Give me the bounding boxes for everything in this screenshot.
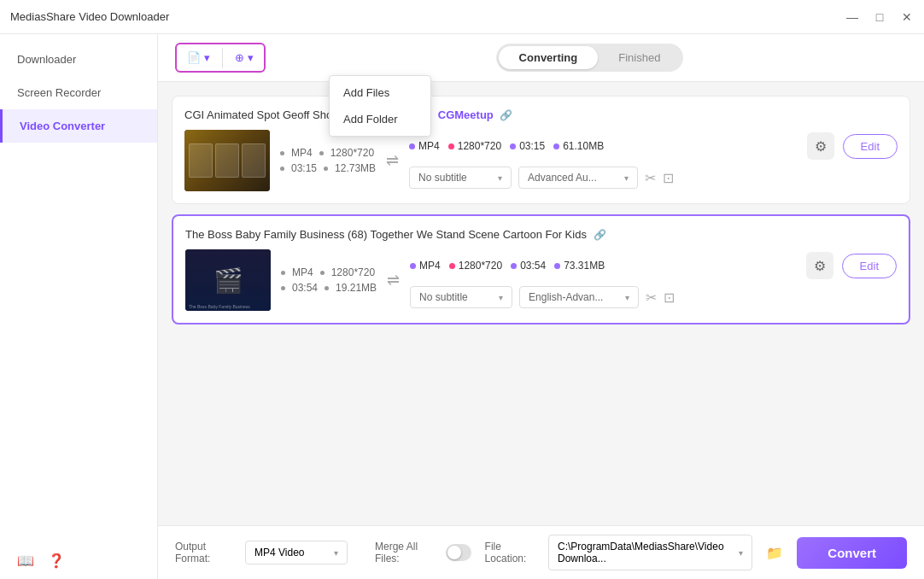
browse-folder-button[interactable]: 📁 [766, 545, 783, 561]
edit-button-2[interactable]: Edit [842, 254, 897, 278]
video-card-1-header: CGI Animated Spot Geoff Short Film by As… [184, 108, 898, 121]
meta-format-1: MP4 [291, 147, 313, 159]
shuffle-icon-1[interactable]: ⇌ [386, 151, 399, 170]
app-title: MediasShare Video Downloader [10, 10, 845, 23]
app-body: Downloader Screen Recorder Video Convert… [0, 34, 924, 579]
output-format-2: MP4 [419, 260, 441, 272]
output-tag-res-1: 1280*720 [448, 140, 501, 152]
output-dot-res-1 [448, 143, 454, 149]
output-dot-dur-1 [510, 143, 516, 149]
merge-label: Merge All Files: [375, 541, 432, 564]
advanced-chevron-1: ▾ [624, 173, 629, 183]
video-channel-1: CGMeetup [438, 108, 494, 121]
add-files-chevron: ▾ [204, 51, 210, 64]
help-icon[interactable]: ❓ [48, 553, 65, 569]
thumb-content-2: 🎬 The Boss Baby Family Business [185, 249, 271, 311]
settings-button-2[interactable]: ⚙ [806, 252, 833, 279]
shuffle-icon-2[interactable]: ⇌ [387, 271, 400, 290]
video-link-icon-2[interactable]: 🔗 [594, 229, 606, 241]
output-duration-2: 03:54 [520, 260, 546, 272]
main-content: 📄 ▾ ⊕ ▾ Add Files Add Folder Converting … [158, 34, 924, 579]
output-top-2: MP4 1280*720 03:54 [410, 252, 897, 279]
advanced-select-2[interactable]: English-Advan... ▾ [519, 286, 639, 308]
sidebar-bottom: 📖 ❓ [0, 542, 157, 579]
meta-row-1b: 03:15 12.73MB [280, 162, 376, 174]
sidebar-item-downloader[interactable]: Downloader [0, 43, 157, 76]
add-files-menu-item[interactable]: Add Files [330, 79, 430, 106]
thumb-frame-1c [242, 143, 266, 178]
file-location-value: C:\ProgramData\MediasShare\Video Downloa… [558, 541, 734, 564]
output-format-label: Output Format: [175, 541, 231, 564]
output-bottom-1: No subtitle ▾ Advanced Au... ▾ ✂ ⊡ [409, 167, 898, 189]
advanced-value-2: English-Advan... [529, 291, 603, 303]
output-tag-size-2: 73.31MB [554, 260, 605, 272]
video-thumbnail-2: 🎬 The Boss Baby Family Business [185, 249, 271, 311]
meta-format-2: MP4 [292, 266, 313, 278]
subtitle-chevron-1: ▾ [498, 173, 502, 183]
video-card-2-header: The Boss Baby Family Business (68) Toget… [185, 228, 897, 241]
advanced-chevron-2: ▾ [625, 293, 629, 302]
crop-icon-1[interactable]: ⊡ [663, 170, 674, 186]
sidebar-item-video-converter[interactable]: Video Converter [0, 109, 157, 143]
meta-row-2a: MP4 1280*720 [281, 266, 377, 278]
crop-icon-2[interactable]: ⊡ [664, 290, 675, 306]
output-top-1: MP4 1280*720 03:15 [409, 132, 898, 160]
output-bottom-2: No subtitle ▾ English-Advan... ▾ ✂ ⊡ [410, 286, 897, 308]
output-dot-res-2 [449, 263, 455, 269]
add-url-button[interactable]: ⊕ ▾ [226, 46, 262, 69]
maximize-button[interactable]: □ [873, 10, 886, 24]
video-meta-1: MP4 1280*720 03:15 12.73MB [280, 147, 376, 174]
meta-duration-1: 03:15 [291, 162, 317, 174]
tab-converting[interactable]: Converting [499, 46, 599, 69]
meta-row-1a: MP4 1280*720 [280, 147, 376, 159]
cut-icon-1[interactable]: ✂ [645, 170, 656, 186]
thumb-placeholder-2: 🎬 The Boss Baby Family Business [185, 249, 271, 311]
video-link-icon-1[interactable]: 🔗 [500, 109, 512, 121]
thumb-icon-2: 🎬 [213, 266, 243, 295]
subtitle-select-2[interactable]: No subtitle ▾ [410, 286, 512, 308]
output-dot-format-1 [409, 143, 415, 149]
close-button[interactable]: ✕ [900, 10, 914, 24]
convert-button[interactable]: Convert [797, 537, 907, 569]
add-file-icon: 📄 [187, 51, 201, 64]
add-folder-menu-item[interactable]: Add Folder [330, 106, 430, 132]
meta-dot-dur-1 [280, 167, 284, 171]
meta-resolution-2: 1280*720 [331, 266, 375, 278]
add-url-icon: ⊕ [235, 51, 244, 64]
meta-duration-2: 03:54 [292, 282, 318, 294]
sidebar-item-screen-recorder[interactable]: Screen Recorder [0, 76, 157, 109]
subtitle-select-1[interactable]: No subtitle ▾ [409, 167, 512, 189]
advanced-select-1[interactable]: Advanced Au... ▾ [518, 167, 638, 189]
video-card-1: CGI Animated Spot Geoff Short Film by As… [172, 96, 910, 204]
output-tag-dur-1: 03:15 [510, 140, 545, 152]
output-tag-format-2: MP4 [410, 260, 441, 272]
output-dot-format-2 [410, 263, 416, 269]
video-title-2: The Boss Baby Family Business (68) Toget… [185, 228, 606, 241]
tab-finished[interactable]: Finished [598, 46, 681, 69]
merge-toggle[interactable] [446, 544, 471, 561]
add-files-group: 📄 ▾ ⊕ ▾ [175, 43, 266, 73]
add-files-button[interactable]: 📄 ▾ [178, 46, 219, 69]
format-chevron: ▾ [334, 548, 338, 558]
output-format-value: MP4 Video [254, 547, 304, 559]
output-tag-size-1: 61.10MB [553, 140, 604, 152]
output-tag-dur-2: 03:54 [511, 260, 546, 272]
sidebar: Downloader Screen Recorder Video Convert… [0, 34, 158, 579]
add-dropdown-menu: Add Files Add Folder [329, 75, 431, 137]
cut-icon-2[interactable]: ✂ [646, 290, 657, 306]
minimize-button[interactable]: — [845, 10, 859, 24]
meta-dot-res-2 [320, 271, 325, 275]
output-resolution-2: 1280*720 [459, 260, 502, 272]
file-location-select[interactable]: C:\ProgramData\MediasShare\Video Downloa… [548, 535, 752, 570]
video-card-2: The Boss Baby Family Business (68) Toget… [172, 214, 910, 325]
edit-button-1[interactable]: Edit [843, 134, 898, 159]
video-thumbnail-1 [184, 130, 270, 191]
window-controls: — □ ✕ [845, 10, 914, 24]
output-format-select[interactable]: MP4 Video ▾ [245, 541, 348, 564]
output-format-1: MP4 [418, 140, 440, 152]
settings-button-1[interactable]: ⚙ [807, 132, 834, 160]
output-tag-res-2: 1280*720 [449, 260, 502, 272]
book-icon[interactable]: 📖 [17, 553, 34, 569]
meta-row-2b: 03:54 19.21MB [281, 282, 377, 294]
thumb-frame-1a [189, 143, 213, 178]
